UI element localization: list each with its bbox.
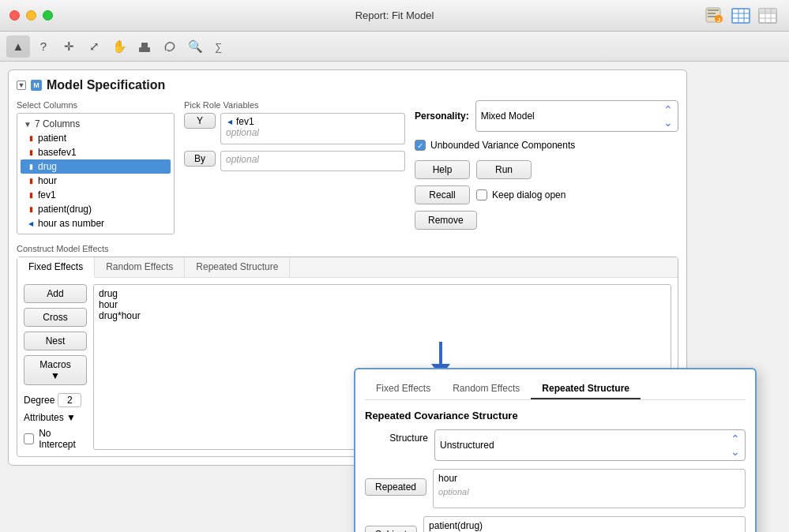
panel-header: ▼ M Model Specification xyxy=(17,78,678,92)
floating-panel: Fixed Effects Random Effects Repeated St… xyxy=(354,368,757,532)
list-item[interactable]: ▮ drug xyxy=(21,159,171,174)
column-name: patient xyxy=(38,133,66,144)
no-intercept-row: No Intercept xyxy=(24,428,87,450)
structure-select[interactable]: Unstructured ⌃⌄ xyxy=(434,429,746,461)
titlebar: Report: Fit Model J xyxy=(0,0,789,32)
unbounded-variance-checkbox[interactable]: ✓ xyxy=(415,140,426,151)
y-role-button[interactable]: Y xyxy=(184,113,216,129)
triangle-icon: ◀ xyxy=(27,219,35,227)
recall-button[interactable]: Recall xyxy=(415,185,470,204)
floating-tab-random[interactable]: Random Effects xyxy=(441,379,531,399)
bar-icon: ▮ xyxy=(27,148,35,156)
personality-label: Personality: xyxy=(415,111,469,122)
titlebar-icons: J xyxy=(702,6,780,26)
degree-input[interactable] xyxy=(58,393,81,407)
main-content: ▼ M Model Specification Select Columns ▼… xyxy=(0,62,789,532)
list-item[interactable]: ▮ patient(drug) xyxy=(21,202,171,216)
table-icon[interactable] xyxy=(756,6,780,26)
svg-rect-1 xyxy=(708,9,719,11)
svg-rect-6 xyxy=(732,9,750,23)
degree-label: Degree xyxy=(24,395,54,406)
personality-row: Personality: Mixed Model ⌃⌄ xyxy=(415,100,678,132)
panel-collapse-toggle[interactable]: ▼ xyxy=(17,81,26,90)
column-name: hour xyxy=(38,175,57,186)
svg-rect-12 xyxy=(759,9,776,13)
maximize-button[interactable] xyxy=(43,10,53,21)
remove-button[interactable]: Remove xyxy=(415,211,477,230)
cross-button[interactable]: Cross xyxy=(24,308,87,327)
window-title: Report: Fit Model xyxy=(355,9,434,21)
help-button[interactable]: Help xyxy=(415,160,470,179)
tab-random-effects[interactable]: Random Effects xyxy=(95,257,185,277)
list-item[interactable]: ▮ patient xyxy=(21,131,171,145)
tab-repeated-structure[interactable]: Repeated Structure xyxy=(185,257,290,277)
formula-tool[interactable]: ∑ xyxy=(209,36,232,58)
help-run-row: Help Run xyxy=(415,160,678,179)
personality-value: Mixed Model xyxy=(481,111,535,122)
add-button[interactable]: Add xyxy=(24,284,87,303)
arrow-line xyxy=(439,342,442,364)
structure-value: Unstructured xyxy=(440,440,494,451)
y-field-value: fev1 xyxy=(236,116,254,127)
keep-dialog-row: Keep dialog open xyxy=(476,185,565,204)
subject-row: Subject patient(drug) optional xyxy=(365,516,746,532)
remove-row: Remove xyxy=(415,211,678,230)
list-item[interactable]: ▮ hour xyxy=(21,174,171,188)
floating-tabs-header: Fixed Effects Random Effects Repeated St… xyxy=(365,379,746,400)
by-role-field: optional xyxy=(220,151,405,171)
attributes-label: Attributes ▼ xyxy=(24,412,76,423)
y-field-placeholder: optional xyxy=(226,127,259,138)
minimize-button[interactable] xyxy=(26,10,36,21)
macros-button[interactable]: Macros ▼ xyxy=(24,355,87,385)
column-name: drug xyxy=(38,161,57,172)
stamp-tool[interactable] xyxy=(133,36,156,58)
by-field-placeholder: optional xyxy=(226,154,259,165)
list-item[interactable]: ▮ fev1 xyxy=(21,188,171,202)
by-role-button[interactable]: By xyxy=(184,151,216,167)
structure-chevron-icon: ⌃⌄ xyxy=(731,433,740,458)
columns-collapse-icon[interactable]: ▼ xyxy=(24,120,32,129)
degree-row: Degree xyxy=(24,393,87,407)
keep-dialog-checkbox[interactable] xyxy=(476,189,487,200)
tab-fixed-effects[interactable]: Fixed Effects xyxy=(17,257,95,278)
bar-icon: ▮ xyxy=(27,191,35,199)
right-panel: Personality: Mixed Model ⌃⌄ ✓ Unbounded … xyxy=(415,100,678,236)
construct-label: Construct Model Effects xyxy=(17,244,678,253)
run-button[interactable]: Run xyxy=(476,160,532,179)
column-name: fev1 xyxy=(38,189,56,200)
svg-text:∑: ∑ xyxy=(215,41,222,53)
personality-select[interactable]: Mixed Model ⌃⌄ xyxy=(475,100,678,132)
list-item[interactable]: ▮ basefev1 xyxy=(21,145,171,159)
nest-button[interactable]: Nest xyxy=(24,332,87,350)
y-role-field: ◀ fev1 optional xyxy=(220,113,405,144)
panel-title: Model Specification xyxy=(47,78,165,92)
move-tool[interactable]: ✛ xyxy=(57,36,81,58)
recall-row: Recall Keep dialog open xyxy=(415,185,678,204)
repeated-field: hour optional xyxy=(433,469,746,508)
no-intercept-checkbox[interactable] xyxy=(24,433,34,444)
lasso-tool[interactable] xyxy=(158,36,182,58)
no-intercept-label: No Intercept xyxy=(39,428,87,450)
hand-tool[interactable]: ✋ xyxy=(107,36,131,58)
help-tool[interactable]: ? xyxy=(32,36,55,58)
subject-button[interactable]: Subject xyxy=(365,526,417,532)
bar-icon: ▮ xyxy=(27,163,35,170)
select-columns-label: Select Columns xyxy=(17,100,175,110)
floating-tab-repeated[interactable]: Repeated Structure xyxy=(531,379,641,399)
chevron-icon: ⌃⌄ xyxy=(663,103,673,129)
list-item[interactable]: ◀ hour as number xyxy=(21,216,171,230)
magnify-tool[interactable]: 🔍 xyxy=(183,36,207,58)
resize-tool[interactable]: ⤢ xyxy=(82,36,106,58)
y-role-row: Y ◀ fev1 optional xyxy=(184,113,405,144)
effect-item: hour xyxy=(99,299,666,310)
repeated-row: Repeated hour optional xyxy=(365,469,746,508)
structure-label: Structure xyxy=(365,429,428,444)
repeated-button[interactable]: Repeated xyxy=(365,478,426,496)
report-icon[interactable]: J xyxy=(702,6,726,26)
toolbar: ▲ ? ✛ ⤢ ✋ 🔍 ∑ xyxy=(0,32,789,62)
floating-tab-fixed[interactable]: Fixed Effects xyxy=(365,379,441,399)
close-button[interactable] xyxy=(9,10,20,21)
bar-icon: ▮ xyxy=(27,134,35,142)
cursor-tool[interactable]: ▲ xyxy=(6,36,30,58)
grid-icon[interactable] xyxy=(729,6,753,26)
